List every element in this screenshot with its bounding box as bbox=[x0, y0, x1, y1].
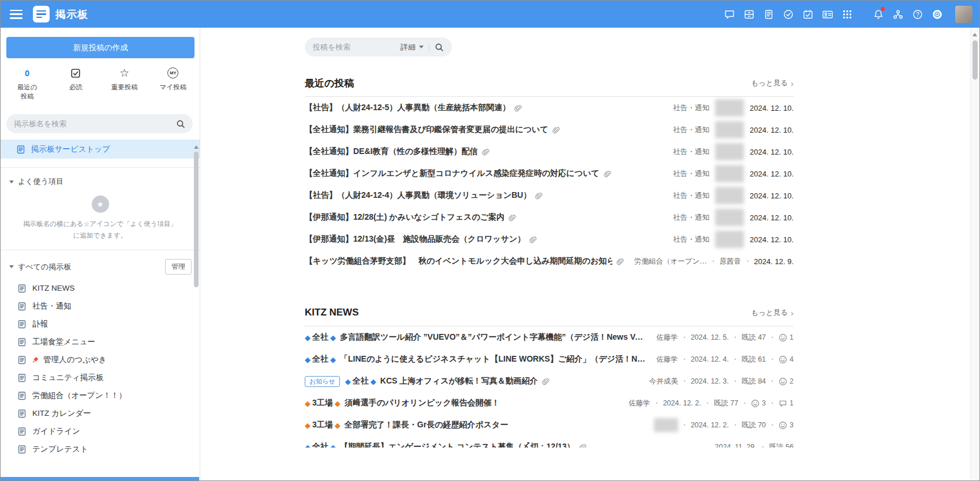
scroll-up-arrow[interactable] bbox=[972, 31, 977, 36]
post-title[interactable]: 【全社通知】業務引継報告書及び印鑑保管者変更届の提出について bbox=[305, 125, 548, 135]
cabinet-icon[interactable] bbox=[743, 8, 755, 20]
post-title[interactable]: 【社告】（人財24-12-4）人事異動（環境ソリューションBU） bbox=[305, 190, 531, 201]
post-search-bar[interactable]: 投稿を検索 詳細 bbox=[305, 37, 452, 57]
post-row[interactable]: 【キッツ労働組合茅野支部】 秋のイベントモルック大会申し込み期間延期のお知らせ … bbox=[305, 250, 794, 272]
news-title[interactable]: ◆全社◆「LINEのように使えるビジネスチャット【LINE WORKS】ご紹介」… bbox=[305, 354, 646, 364]
post-title[interactable]: 【キッツ労働組合茅野支部】 秋のイベントモルック大会申し込み期間延期のお知らせ bbox=[305, 256, 612, 266]
document-icon[interactable] bbox=[762, 8, 775, 20]
apps-grid-icon[interactable] bbox=[841, 8, 853, 20]
all-boards-title: すべての掲示板 bbox=[18, 262, 71, 272]
read-count: 既読 84 bbox=[742, 377, 766, 386]
post-row[interactable]: 【伊那通知】12/13(金)昼 施設物品販売会（クロワッサン） 社告・通知202… bbox=[305, 228, 794, 250]
post-date: 2024. 12. 10. bbox=[750, 170, 794, 178]
settings-gear-icon[interactable] bbox=[931, 8, 943, 20]
sidebar-item-board[interactable]: ガイドライン bbox=[1, 422, 200, 440]
board-list: KITZ NEWS 社告・通知 訃報 工場食堂メニュー 管理人のつぶやき コミュ… bbox=[1, 275, 200, 458]
news-row[interactable]: ◆全社◆「LINEのように使えるビジネスチャット【LINE WORKS】ご紹介」… bbox=[305, 348, 794, 370]
more-link[interactable]: もっと見る› bbox=[751, 78, 794, 88]
detail-dropdown[interactable]: 詳細 bbox=[401, 42, 424, 52]
post-row[interactable]: 【全社通知】業務引継報告書及び印鑑保管者変更届の提出について 社告・通知2024… bbox=[305, 119, 794, 141]
news-title[interactable]: ◆全社◆【期間延長】エンゲージメント コンテスト募集（〆切：12/13） bbox=[305, 442, 575, 448]
sidebar-item-service-top[interactable]: 掲示板サービストップ bbox=[1, 140, 200, 159]
favorites-section-toggle[interactable]: よく使う項目 bbox=[1, 168, 200, 187]
checkbox-icon bbox=[70, 67, 81, 79]
news-row[interactable]: お知らせ ◆全社◆KCS 上海オフィスが移転！写真＆動画紹介 今井成美・2024… bbox=[305, 370, 794, 392]
help-icon[interactable]: ? bbox=[911, 8, 923, 20]
news-row[interactable]: ◆3工場◆須﨑選手のパリオリンピック報告会開催！ 佐藤学・2024. 12. 2… bbox=[305, 392, 794, 414]
chevron-right-icon: › bbox=[791, 79, 794, 88]
board-icon bbox=[17, 284, 27, 293]
post-row[interactable]: 【伊那通知】12/28(土) かみいなシゴトフェスのご案内 社告・通知2024.… bbox=[305, 206, 794, 228]
news-date: 2024. 12. 3. bbox=[691, 377, 729, 385]
post-row[interactable]: 【全社通知】インフルエンザと新型コロナウイルス感染症発症時の対応について 社告・… bbox=[305, 163, 794, 185]
news-title[interactable]: ◆3工場◆須﨑選手のパリオリンピック報告会開催！ bbox=[305, 398, 500, 408]
post-title[interactable]: 【全社通知】インフルエンザと新型コロナウイルス感染症発症時の対応について bbox=[305, 168, 600, 179]
redacted-author bbox=[715, 143, 744, 160]
main-scrollbar[interactable] bbox=[970, 28, 979, 480]
news-row[interactable]: ◆3工場◆全部署完了！課長・Gr長の経歴紹介ポスター ・2024. 12. 2.… bbox=[305, 414, 794, 436]
news-author: 佐藤学 bbox=[656, 333, 678, 343]
sidebar-item-board[interactable]: KITZ NEWS bbox=[1, 279, 200, 297]
scroll-thumb[interactable] bbox=[972, 40, 978, 80]
post-title[interactable]: 【伊那通知】12/13(金)昼 施設物品販売会（クロワッサン） bbox=[305, 234, 525, 245]
post-category: 社告・通知 bbox=[674, 147, 710, 157]
quick-my-posts[interactable]: MY マイ投稿 bbox=[149, 67, 197, 101]
news-title[interactable]: ◆3工場◆全部署完了！課長・Gr長の経歴紹介ポスター bbox=[305, 420, 508, 430]
calendar-check-icon[interactable] bbox=[802, 8, 814, 20]
sidebar-item-board[interactable]: 管理人のつぶやき bbox=[1, 351, 200, 369]
post-date: 2024. 12. 10. bbox=[750, 148, 794, 156]
sidebar-item-board[interactable]: コミュニティ掲示板 bbox=[1, 369, 200, 386]
redacted-author bbox=[654, 418, 678, 432]
sidebar-item-board[interactable]: 社告・通知 bbox=[1, 297, 200, 315]
post-title[interactable]: 【社告】（人財24-12-5）人事異動（生産統括本部関連） bbox=[305, 103, 510, 113]
board-icon bbox=[17, 391, 27, 400]
all-boards-section-toggle[interactable]: すべての掲示板 管理 bbox=[1, 250, 200, 275]
board-search-input[interactable]: 掲示板名を検索 bbox=[6, 114, 193, 133]
like-count: 2 bbox=[779, 377, 794, 386]
quick-recent-posts[interactable]: 0 最近の投稿 bbox=[3, 67, 51, 101]
news-date: 2024. 12. 5. bbox=[691, 333, 729, 341]
news-title[interactable]: ◆全社◆多言語翻訳ツール紹介 ”VUEVO”＆”パワーポイント字幕機能”（デジ活… bbox=[305, 332, 646, 343]
post-row[interactable]: 【社告】（人財24-12-5）人事異動（生産統括本部関連） 社告・通知2024.… bbox=[305, 97, 794, 119]
scroll-up-arrow[interactable] bbox=[194, 143, 199, 149]
sidebar-item-board[interactable]: テンプレテスト bbox=[1, 440, 200, 458]
contact-card-icon[interactable] bbox=[821, 8, 833, 20]
user-avatar[interactable] bbox=[955, 6, 972, 23]
post-title[interactable]: 【全社通知】DE&I教育（性の多様性理解）配信 bbox=[305, 146, 478, 157]
news-title[interactable]: ◆全社◆KCS 上海オフィスが移転！写真＆動画紹介 bbox=[345, 376, 538, 386]
sidebar-item-board[interactable]: KITZ カレンダー bbox=[1, 404, 200, 422]
org-chart-icon[interactable] bbox=[892, 8, 904, 20]
sidebar-item-board[interactable]: 工場食堂メニュー bbox=[1, 333, 200, 351]
post-category: 社告・通知 bbox=[674, 169, 710, 179]
board-icon bbox=[17, 373, 27, 382]
attachment-icon bbox=[508, 214, 516, 221]
pushpin-icon bbox=[31, 356, 39, 364]
post-row[interactable]: 【全社通知】DE&I教育（性の多様性理解）配信 社告・通知2024. 12. 1… bbox=[305, 141, 794, 163]
board-icon bbox=[17, 320, 27, 329]
hamburger-menu-icon[interactable] bbox=[10, 10, 23, 19]
manage-button[interactable]: 管理 bbox=[165, 259, 192, 275]
header-actions: ? bbox=[723, 6, 972, 23]
chat-icon[interactable] bbox=[723, 8, 735, 20]
new-post-button[interactable]: 新規投稿の作成 bbox=[6, 37, 194, 58]
redacted-author bbox=[715, 209, 744, 226]
more-link[interactable]: もっと見る› bbox=[751, 308, 794, 318]
post-row[interactable]: 【社告】（人財24-12-4）人事異動（環境ソリューションBU） 社告・通知20… bbox=[305, 185, 794, 206]
sidebar-item-board[interactable]: 労働組合（オープン！！） bbox=[1, 386, 200, 404]
news-row[interactable]: ◆全社◆【期間延長】エンゲージメント コンテスト募集（〆切：12/13） 202… bbox=[305, 436, 794, 448]
notification-bell-icon[interactable] bbox=[872, 8, 884, 20]
attachment-icon bbox=[529, 236, 537, 243]
scroll-thumb[interactable] bbox=[194, 152, 199, 287]
post-date: 2024. 12. 10. bbox=[750, 191, 794, 200]
search-icon[interactable] bbox=[176, 119, 185, 129]
quick-important-posts[interactable]: ☆ 重要投稿 bbox=[100, 67, 149, 101]
search-icon[interactable] bbox=[435, 43, 444, 52]
sidebar-scrollbar[interactable] bbox=[193, 143, 199, 287]
news-author: 佐藤学 bbox=[656, 355, 678, 364]
read-count: 既読 56 bbox=[769, 442, 794, 448]
quick-must-read[interactable]: 必読 bbox=[51, 67, 100, 101]
news-row[interactable]: ◆全社◆多言語翻訳ツール紹介 ”VUEVO”＆”パワーポイント字幕機能”（デジ活… bbox=[305, 326, 794, 348]
sidebar-item-board[interactable]: 訃報 bbox=[1, 315, 200, 333]
post-title[interactable]: 【伊那通知】12/28(土) かみいなシゴトフェスのご案内 bbox=[305, 212, 504, 223]
check-circle-icon[interactable] bbox=[782, 8, 794, 20]
